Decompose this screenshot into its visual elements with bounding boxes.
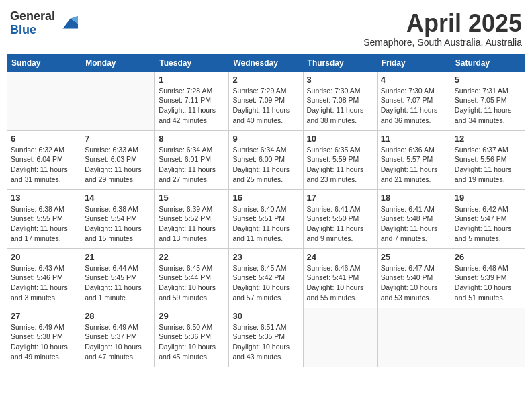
calendar-cell: 6Sunrise: 6:32 AMSunset: 6:04 PMDaylight…: [7, 130, 81, 189]
day-info: Sunrise: 6:41 AMSunset: 5:50 PMDaylight:…: [307, 204, 373, 244]
day-info: Sunrise: 6:48 AMSunset: 5:39 PMDaylight:…: [455, 263, 521, 303]
calendar-cell: [81, 71, 155, 130]
col-header-thursday: Thursday: [303, 54, 377, 71]
day-number: 3: [307, 75, 373, 85]
calendar-cell: 16Sunrise: 6:40 AMSunset: 5:51 PMDayligh…: [229, 189, 303, 248]
calendar-cell: 4Sunrise: 7:30 AMSunset: 7:07 PMDaylight…: [377, 71, 451, 130]
day-info: Sunrise: 7:30 AMSunset: 7:08 PMDaylight:…: [307, 86, 373, 126]
calendar-cell: 29Sunrise: 6:50 AMSunset: 5:36 PMDayligh…: [155, 308, 229, 367]
calendar-cell: 27Sunrise: 6:49 AMSunset: 5:38 PMDayligh…: [7, 308, 81, 367]
day-info: Sunrise: 7:28 AMSunset: 7:11 PMDaylight:…: [159, 86, 225, 126]
day-number: 30: [232, 311, 299, 321]
day-number: 1: [159, 75, 225, 85]
day-info: Sunrise: 6:32 AMSunset: 6:04 PMDaylight:…: [11, 145, 77, 185]
day-number: 6: [11, 134, 77, 144]
day-info: Sunrise: 6:40 AMSunset: 5:51 PMDaylight:…: [232, 204, 299, 244]
day-info: Sunrise: 6:33 AMSunset: 6:03 PMDaylight:…: [85, 145, 151, 185]
day-info: Sunrise: 6:45 AMSunset: 5:44 PMDaylight:…: [159, 263, 225, 303]
day-info: Sunrise: 6:34 AMSunset: 6:01 PMDaylight:…: [159, 145, 225, 185]
day-number: 19: [455, 193, 521, 203]
day-info: Sunrise: 6:38 AMSunset: 5:55 PMDaylight:…: [11, 204, 77, 244]
calendar-cell: 7Sunrise: 6:33 AMSunset: 6:03 PMDaylight…: [81, 130, 155, 189]
day-number: 23: [232, 252, 299, 262]
col-header-saturday: Saturday: [451, 54, 525, 71]
calendar-cell: 24Sunrise: 6:46 AMSunset: 5:41 PMDayligh…: [303, 248, 377, 308]
day-number: 15: [159, 193, 225, 203]
day-info: Sunrise: 6:35 AMSunset: 5:59 PMDaylight:…: [307, 145, 373, 185]
col-header-friday: Friday: [377, 54, 451, 71]
day-number: 21: [85, 252, 151, 262]
logo-icon: [58, 13, 78, 34]
day-info: Sunrise: 7:31 AMSunset: 7:05 PMDaylight:…: [455, 86, 521, 126]
day-info: Sunrise: 6:50 AMSunset: 5:36 PMDaylight:…: [159, 322, 225, 362]
day-number: 11: [381, 134, 447, 144]
calendar-cell: 2Sunrise: 7:29 AMSunset: 7:09 PMDaylight…: [229, 71, 303, 130]
day-info: Sunrise: 6:39 AMSunset: 5:52 PMDaylight:…: [159, 204, 225, 244]
day-number: 2: [232, 75, 299, 85]
calendar-cell: 10Sunrise: 6:35 AMSunset: 5:59 PMDayligh…: [303, 130, 377, 189]
day-number: 13: [11, 193, 77, 203]
calendar-cell: 18Sunrise: 6:41 AMSunset: 5:48 PMDayligh…: [377, 189, 451, 248]
calendar-cell: 22Sunrise: 6:45 AMSunset: 5:44 PMDayligh…: [155, 248, 229, 308]
calendar-cell: 8Sunrise: 6:34 AMSunset: 6:01 PMDaylight…: [155, 130, 229, 189]
calendar-cell: 25Sunrise: 6:47 AMSunset: 5:40 PMDayligh…: [377, 248, 451, 308]
location-subtitle: Semaphore, South Australia, Australia: [363, 37, 522, 48]
week-row-3: 13Sunrise: 6:38 AMSunset: 5:55 PMDayligh…: [7, 189, 525, 248]
calendar-cell: 17Sunrise: 6:41 AMSunset: 5:50 PMDayligh…: [303, 189, 377, 248]
day-number: 4: [381, 75, 447, 85]
week-row-5: 27Sunrise: 6:49 AMSunset: 5:38 PMDayligh…: [7, 308, 525, 367]
day-number: 9: [232, 134, 299, 144]
day-number: 5: [455, 75, 521, 85]
day-number: 27: [11, 311, 77, 321]
day-number: 25: [381, 252, 447, 262]
day-info: Sunrise: 6:37 AMSunset: 5:56 PMDaylight:…: [455, 145, 521, 185]
day-info: Sunrise: 6:46 AMSunset: 5:41 PMDaylight:…: [307, 263, 373, 303]
calendar-cell: [451, 308, 525, 367]
day-number: 12: [455, 134, 521, 144]
day-number: 14: [85, 193, 151, 203]
day-number: 22: [159, 252, 225, 262]
calendar-cell: 23Sunrise: 6:45 AMSunset: 5:42 PMDayligh…: [229, 248, 303, 308]
calendar-cell: 14Sunrise: 6:38 AMSunset: 5:54 PMDayligh…: [81, 189, 155, 248]
day-number: 17: [307, 193, 373, 203]
week-row-2: 6Sunrise: 6:32 AMSunset: 6:04 PMDaylight…: [7, 130, 525, 189]
calendar-cell: 13Sunrise: 6:38 AMSunset: 5:55 PMDayligh…: [7, 189, 81, 248]
day-info: Sunrise: 6:44 AMSunset: 5:45 PMDaylight:…: [85, 263, 151, 303]
day-info: Sunrise: 6:38 AMSunset: 5:54 PMDaylight:…: [85, 204, 151, 244]
day-number: 26: [455, 252, 521, 262]
logo: General Blue: [10, 10, 78, 37]
day-number: 18: [381, 193, 447, 203]
calendar-cell: [7, 71, 81, 130]
day-number: 28: [85, 311, 151, 321]
day-info: Sunrise: 6:49 AMSunset: 5:37 PMDaylight:…: [85, 322, 151, 362]
calendar-cell: 21Sunrise: 6:44 AMSunset: 5:45 PMDayligh…: [81, 248, 155, 308]
day-info: Sunrise: 6:41 AMSunset: 5:48 PMDaylight:…: [381, 204, 447, 244]
col-header-monday: Monday: [81, 54, 155, 71]
calendar-header-row: SundayMondayTuesdayWednesdayThursdayFrid…: [7, 54, 525, 71]
calendar-cell: 5Sunrise: 7:31 AMSunset: 7:05 PMDaylight…: [451, 71, 525, 130]
calendar-cell: 1Sunrise: 7:28 AMSunset: 7:11 PMDaylight…: [155, 71, 229, 130]
day-number: 7: [85, 134, 151, 144]
day-info: Sunrise: 7:29 AMSunset: 7:09 PMDaylight:…: [232, 86, 299, 126]
calendar-cell: 20Sunrise: 6:43 AMSunset: 5:46 PMDayligh…: [7, 248, 81, 308]
logo-general: General: [10, 10, 55, 24]
day-info: Sunrise: 6:42 AMSunset: 5:47 PMDaylight:…: [455, 204, 521, 244]
calendar-cell: 9Sunrise: 6:34 AMSunset: 6:00 PMDaylight…: [229, 130, 303, 189]
day-number: 24: [307, 252, 373, 262]
calendar-cell: 28Sunrise: 6:49 AMSunset: 5:37 PMDayligh…: [81, 308, 155, 367]
day-info: Sunrise: 6:43 AMSunset: 5:46 PMDaylight:…: [11, 263, 77, 303]
week-row-4: 20Sunrise: 6:43 AMSunset: 5:46 PMDayligh…: [7, 248, 525, 308]
day-number: 16: [232, 193, 299, 203]
calendar-cell: 15Sunrise: 6:39 AMSunset: 5:52 PMDayligh…: [155, 189, 229, 248]
calendar-cell: [303, 308, 377, 367]
logo-blue: Blue: [10, 24, 55, 37]
day-info: Sunrise: 6:51 AMSunset: 5:35 PMDaylight:…: [232, 322, 299, 362]
calendar-cell: 30Sunrise: 6:51 AMSunset: 5:35 PMDayligh…: [229, 308, 303, 367]
month-title: April 2025: [363, 10, 522, 37]
day-info: Sunrise: 6:34 AMSunset: 6:00 PMDaylight:…: [232, 145, 299, 185]
day-info: Sunrise: 6:45 AMSunset: 5:42 PMDaylight:…: [232, 263, 299, 303]
day-info: Sunrise: 6:47 AMSunset: 5:40 PMDaylight:…: [381, 263, 447, 303]
day-info: Sunrise: 6:49 AMSunset: 5:38 PMDaylight:…: [11, 322, 77, 362]
calendar-table: SundayMondayTuesdayWednesdayThursdayFrid…: [7, 54, 525, 367]
col-header-wednesday: Wednesday: [229, 54, 303, 71]
